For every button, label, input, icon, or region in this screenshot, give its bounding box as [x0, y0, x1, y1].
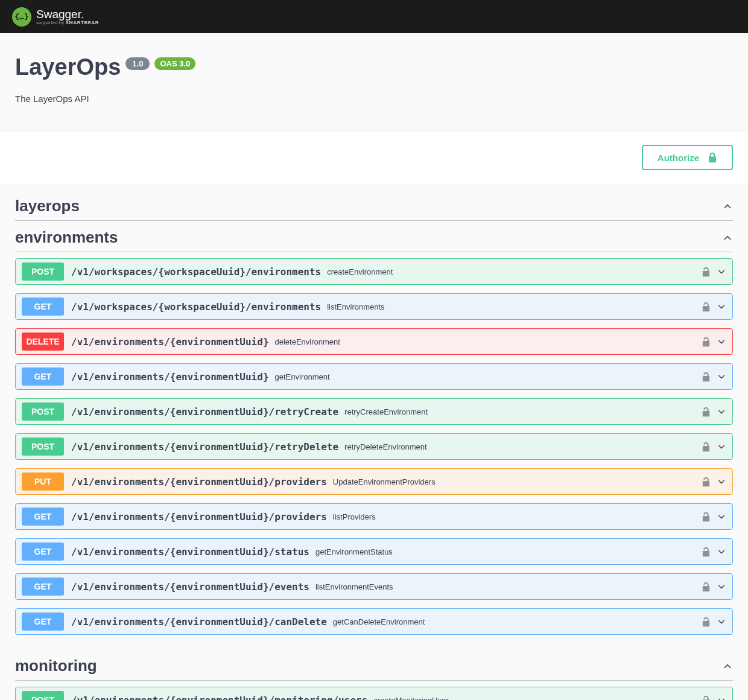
api-description: The LayerOps API [15, 94, 733, 104]
operation-getCanDeleteEnvironment[interactable]: GET/v1/environments/{environmentUuid}/ca… [15, 608, 733, 635]
op-summary: getCanDeleteEnvironment [333, 617, 425, 626]
authorize-button[interactable]: Authorize [642, 145, 733, 170]
chevron-down-icon [717, 547, 726, 556]
op-actions [702, 477, 726, 487]
method-badge: GET [22, 508, 64, 526]
chevron-down-icon [717, 695, 726, 700]
method-badge: POST [22, 438, 64, 456]
chevron-down-icon [717, 477, 726, 486]
lock-open-icon [702, 442, 711, 452]
chevron-up-icon [722, 661, 733, 672]
lock-open-icon [702, 477, 711, 487]
op-actions [702, 582, 726, 592]
tag-title: layerops [15, 197, 80, 215]
oas-badge: OAS 3.0 [154, 57, 195, 70]
auth-area: Authorize [0, 132, 748, 183]
lock-open-icon [702, 267, 711, 277]
chevron-down-icon [717, 442, 726, 451]
op-actions [702, 512, 726, 522]
op-path: /v1/environments/{environmentUuid}/monit… [71, 695, 367, 701]
op-path: /v1/workspaces/{workspaceUuid}/environme… [71, 301, 321, 313]
lock-open-icon [702, 337, 711, 347]
method-badge: POST [22, 262, 64, 281]
lock-icon [708, 152, 717, 163]
method-badge: GET [22, 298, 64, 316]
api-header: LayerOps 1.0 OAS 3.0 The LayerOps API [0, 33, 748, 132]
chevron-down-icon [717, 582, 726, 591]
lock-open-icon [702, 547, 711, 557]
operation-UpdateEnvironmentProviders[interactable]: PUT/v1/environments/{environmentUuid}/pr… [15, 468, 733, 495]
operation-createMonitoringUser[interactable]: POST/v1/environments/{environmentUuid}/m… [15, 687, 733, 700]
method-badge: GET [22, 542, 64, 561]
op-summary: listEnvironmentEvents [315, 582, 393, 591]
operation-deleteEnvironment[interactable]: DELETE/v1/environments/{environmentUuid}… [15, 328, 733, 355]
lock-open-icon [702, 617, 711, 627]
ops-list: POST/v1/workspaces/{workspaceUuid}/envir… [15, 252, 733, 649]
op-summary: createMonitoringUser [373, 696, 448, 701]
method-badge: POST [22, 691, 64, 700]
op-actions [702, 372, 726, 382]
chevron-up-icon [722, 201, 733, 212]
op-actions [702, 617, 726, 627]
lock-open-icon [702, 302, 711, 312]
method-badge: POST [22, 402, 64, 421]
operation-listEnvironmentEvents[interactable]: GET/v1/environments/{environmentUuid}/ev… [15, 573, 733, 600]
lock-open-icon [702, 407, 711, 417]
tag-monitoring[interactable]: monitoring [15, 649, 733, 681]
operation-retryCreateEnvironment[interactable]: POST/v1/environments/{environmentUuid}/r… [15, 398, 733, 425]
op-path: /v1/environments/{environmentUuid}/provi… [71, 476, 327, 488]
op-path: /v1/environments/{environmentUuid}/event… [71, 581, 309, 593]
brand-subtitle: supported by SMARTBEAR [36, 20, 99, 25]
op-actions [702, 302, 726, 312]
op-summary: getEnvironmentStatus [315, 547, 393, 556]
operation-listEnvironments[interactable]: GET/v1/workspaces/{workspaceUuid}/enviro… [15, 293, 733, 320]
op-actions [702, 695, 726, 701]
chevron-down-icon [717, 512, 726, 521]
ops-list: POST/v1/environments/{environmentUuid}/m… [15, 681, 733, 700]
tag-layerops[interactable]: layerops [15, 189, 733, 221]
op-path: /v1/environments/{environmentUuid}/provi… [71, 511, 327, 523]
op-actions [702, 267, 726, 277]
op-path: /v1/workspaces/{workspaceUuid}/environme… [71, 266, 321, 278]
op-actions [702, 547, 726, 557]
chevron-down-icon [717, 302, 726, 311]
swagger-icon: {…} [12, 7, 31, 27]
method-badge: GET [22, 612, 64, 631]
op-summary: listEnvironments [327, 302, 384, 311]
op-summary: listProviders [333, 512, 376, 521]
op-summary: deleteEnvironment [275, 337, 340, 346]
tag-title: monitoring [15, 657, 97, 675]
topbar: {…} Swagger. supported by SMARTBEAR [0, 0, 748, 33]
op-path: /v1/environments/{environmentUuid}/retry… [71, 441, 338, 453]
chevron-down-icon [717, 267, 726, 276]
tag-environments[interactable]: environments [15, 221, 733, 252]
lock-open-icon [702, 372, 711, 382]
op-path: /v1/environments/{environmentUuid}/retry… [71, 406, 338, 418]
op-path: /v1/environments/{environmentUuid} [71, 371, 269, 383]
operation-getEnvironmentStatus[interactable]: GET/v1/environments/{environmentUuid}/st… [15, 538, 733, 565]
brand-name: Swagger. [36, 8, 99, 21]
chevron-down-icon [717, 372, 726, 381]
operation-getEnvironment[interactable]: GET/v1/environments/{environmentUuid}get… [15, 363, 733, 390]
api-title: LayerOps 1.0 OAS 3.0 [15, 54, 195, 80]
op-actions [702, 337, 726, 347]
method-badge: GET [22, 368, 64, 386]
op-actions [702, 407, 726, 417]
method-badge: PUT [22, 472, 64, 491]
op-summary: retryCreateEnvironment [344, 407, 428, 416]
method-badge: DELETE [22, 332, 64, 351]
op-summary: createEnvironment [327, 267, 393, 276]
chevron-up-icon [722, 232, 733, 243]
op-path: /v1/environments/{environmentUuid}/statu… [71, 546, 309, 558]
op-path: /v1/environments/{environmentUuid}/canDe… [71, 616, 327, 628]
op-actions [702, 442, 726, 452]
lock-open-icon [702, 695, 711, 701]
operation-retryDeleteEnvironment[interactable]: POST/v1/environments/{environmentUuid}/r… [15, 433, 733, 460]
method-badge: GET [22, 578, 64, 596]
op-summary: getEnvironment [275, 372, 330, 381]
op-summary: UpdateEnvironmentProviders [333, 477, 436, 486]
swagger-logo: {…} Swagger. supported by SMARTBEAR [12, 7, 99, 27]
operation-listProviders[interactable]: GET/v1/environments/{environmentUuid}/pr… [15, 503, 733, 530]
chevron-down-icon [717, 617, 726, 626]
operation-createEnvironment[interactable]: POST/v1/workspaces/{workspaceUuid}/envir… [15, 258, 733, 285]
